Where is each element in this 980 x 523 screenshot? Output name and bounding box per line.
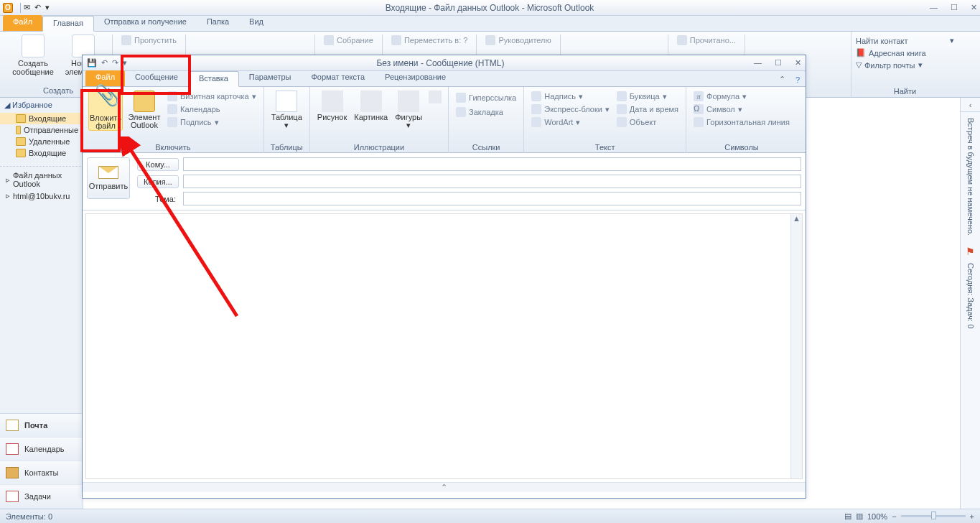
cc-button[interactable]: Копия... xyxy=(137,175,179,188)
nav-inbox[interactable]: Входящие xyxy=(0,113,83,124)
compose-window: 💾 ↶ ↷ ▾ Без имени - Сообщение (HTML) — ☐… xyxy=(82,55,806,499)
tab-file[interactable]: Файл xyxy=(3,15,42,31)
compose-expand-bar[interactable]: ⌃ xyxy=(83,482,806,492)
tree-datafile[interactable]: ▹ Файл данных Outlook xyxy=(0,170,83,190)
fav-header[interactable]: ◢ Избранное xyxy=(0,98,83,113)
nav-inbox2[interactable]: Входящие xyxy=(0,147,83,159)
zoom-slider[interactable] xyxy=(901,515,966,517)
caption-button[interactable]: Надпись▾ xyxy=(530,91,611,102)
quick-access-toolbar[interactable]: ✉ ↶ ▾ xyxy=(24,3,50,12)
module-calendar[interactable]: Календарь xyxy=(0,438,83,461)
ctab-message[interactable]: Сообщение xyxy=(125,70,188,86)
qat-undo-icon[interactable]: ↶ xyxy=(101,58,108,68)
compose-body[interactable]: ▲ xyxy=(85,213,803,479)
maximize-button[interactable]: ☐ xyxy=(951,3,958,12)
meetings-text: Встреч в будущем не намечено. xyxy=(966,112,975,241)
close-button[interactable]: ✕ xyxy=(971,3,977,12)
table-button[interactable]: Таблица▾ xyxy=(270,89,304,129)
find-contact[interactable]: Найти контакт▾ xyxy=(856,34,954,47)
flag-icon: ⚑ xyxy=(966,246,975,257)
mail-filter[interactable]: ▽Фильтр почты▾ xyxy=(856,59,954,71)
wordart-button[interactable]: WordArt▾ xyxy=(530,116,611,128)
shapes-button[interactable]: Фигуры▾ xyxy=(393,89,424,129)
minimize-button[interactable]: — xyxy=(930,3,938,12)
ctab-format[interactable]: Формат текста xyxy=(301,70,375,86)
address-book[interactable]: 📕Адресная книга xyxy=(856,47,954,59)
qat-save-icon[interactable]: 💾 xyxy=(87,58,97,68)
group-include-label: Включить xyxy=(88,143,258,153)
subject-input[interactable] xyxy=(183,192,801,205)
move-to-button[interactable]: Переместить в: ? xyxy=(388,34,471,46)
view-reading-icon[interactable]: ▥ xyxy=(856,512,863,521)
compose-close[interactable]: ✕ xyxy=(795,58,801,68)
attach-file-button[interactable]: 📎 Вложить файл xyxy=(88,89,123,131)
view-normal-icon[interactable]: ▤ xyxy=(844,512,851,521)
nav-sent[interactable]: Отправленные xyxy=(0,124,83,136)
tab-home[interactable]: Главная xyxy=(42,16,94,32)
paperclip-icon: 📎 xyxy=(95,91,116,113)
nav-deleted[interactable]: Удаленные xyxy=(0,136,83,147)
tab-view[interactable]: Вид xyxy=(239,15,274,31)
module-contacts[interactable]: Контакты xyxy=(0,461,83,485)
symbol-button[interactable]: ΩСимвол▾ xyxy=(692,103,744,115)
status-elements: Элементы: 0 xyxy=(6,512,52,521)
module-tasks[interactable]: Задачи xyxy=(0,485,83,509)
help-icon[interactable]: ? xyxy=(790,73,806,86)
find-group-label: Найти xyxy=(856,87,954,97)
skip-button[interactable]: Пропустить xyxy=(118,34,179,46)
dropcap-button[interactable]: Буквица▾ xyxy=(615,91,680,102)
compose-header-fields: Отправить Кому... Копия... Тема: xyxy=(83,153,806,210)
body-scrollbar[interactable]: ▲ xyxy=(790,214,802,478)
outlook-item-button[interactable]: Элемент Outlook xyxy=(127,89,162,129)
module-mail[interactable]: Почта xyxy=(0,414,83,438)
ribbon-minimize-icon[interactable]: ⌃ xyxy=(775,73,790,86)
group-links-label: Ссылки xyxy=(454,143,518,153)
tab-folder[interactable]: Папка xyxy=(197,15,239,31)
compose-title: Без имени - Сообщение (HTML) xyxy=(127,58,754,68)
ctab-insert[interactable]: Вставка xyxy=(188,71,239,87)
zoom-in[interactable]: + xyxy=(970,512,974,521)
to-button[interactable]: Кому... xyxy=(137,158,179,171)
hyperlink-button[interactable]: Гиперссылка xyxy=(454,92,518,103)
compose-ribbon: 📎 Вложить файл Элемент Outlook Визитная … xyxy=(83,87,806,153)
qat-sendrecv-icon[interactable]: ✉ xyxy=(24,3,30,12)
manager-button[interactable]: Руководителю xyxy=(482,34,554,46)
status-bar: Элементы: 0 ▤ ▥ 100% − + xyxy=(0,509,980,523)
business-card-button[interactable]: Визитная карточка▾ xyxy=(166,91,258,102)
to-input[interactable] xyxy=(183,157,801,171)
ctab-options[interactable]: Параметры xyxy=(239,70,302,86)
compose-titlebar: 💾 ↶ ↷ ▾ Без имени - Сообщение (HTML) — ☐… xyxy=(83,55,806,71)
tree-account[interactable]: ▹ html@10bukv.ru xyxy=(0,190,83,202)
compose-max[interactable]: ☐ xyxy=(775,58,782,68)
window-title: Входящие - Файл данных Outlook - Microso… xyxy=(50,3,930,13)
tab-sendrecv[interactable]: Отправка и получение xyxy=(94,15,197,31)
main-ribbon-tabs: Файл Главная Отправка и получение Папка … xyxy=(0,16,980,32)
picture-button[interactable]: Картинка xyxy=(353,89,389,121)
compose-min[interactable]: — xyxy=(754,58,762,68)
hline-button[interactable]: Горизонтальная линия xyxy=(692,116,791,128)
zoom-out[interactable]: − xyxy=(892,512,896,521)
signature-button[interactable]: Подпись▾ xyxy=(166,116,258,128)
todo-expand[interactable]: ‹ xyxy=(961,98,980,112)
calendar-button[interactable]: Календарь xyxy=(166,103,258,115)
group-illus-label: Иллюстрации xyxy=(316,143,442,153)
find-group: Найти контакт▾ 📕Адресная книга ▽Фильтр п… xyxy=(851,32,958,98)
ctab-review[interactable]: Рецензирование xyxy=(375,70,456,86)
object-button[interactable]: Объект xyxy=(615,116,680,128)
group-symbols-label: Символы xyxy=(692,143,791,153)
smartart-button[interactable] xyxy=(428,89,442,105)
todo-bar: ‹ Встреч в будущем не намечено. ⚑ Сегодн… xyxy=(960,98,980,509)
drawing-button[interactable]: Рисунок xyxy=(316,89,349,121)
qat-undo-icon[interactable]: ↶ xyxy=(34,3,41,12)
bookmark-button[interactable]: Закладка xyxy=(454,106,505,118)
cc-input[interactable] xyxy=(183,175,801,188)
read-button[interactable]: Прочитано... xyxy=(674,34,739,46)
meeting-button[interactable]: Собрание xyxy=(321,34,376,46)
group-text-label: Текст xyxy=(530,143,680,153)
formula-button[interactable]: πФормула▾ xyxy=(692,91,748,102)
new-message-button[interactable]: Создать сообщение xyxy=(10,34,56,76)
quickparts-button[interactable]: Экспресс-блоки▾ xyxy=(530,103,611,115)
send-button[interactable]: Отправить xyxy=(87,157,130,199)
qat-redo-icon[interactable]: ↷ xyxy=(112,58,118,68)
datetime-button[interactable]: Дата и время xyxy=(615,103,680,115)
